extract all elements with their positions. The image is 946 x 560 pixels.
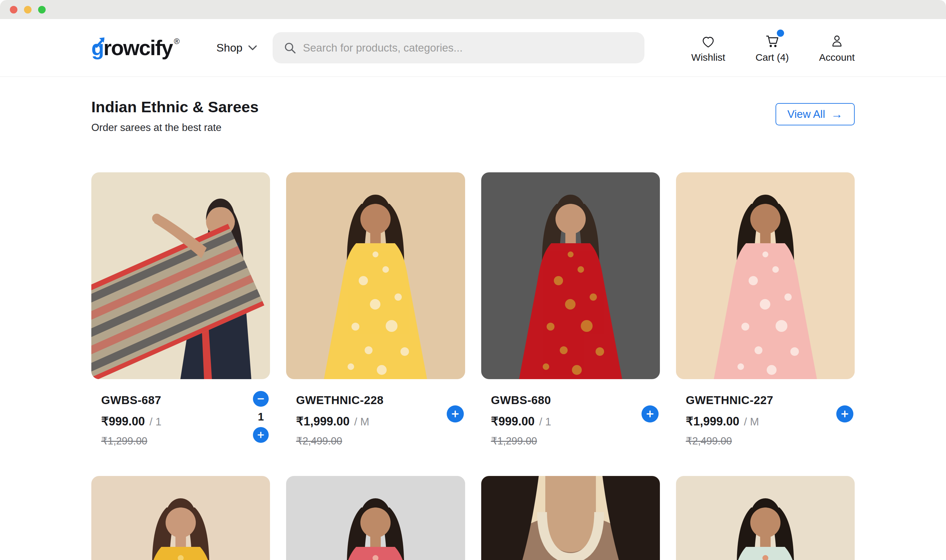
product-card[interactable]: GWETHNIC-227 ₹1,999.00 / M ₹2,499.00 <box>676 172 855 447</box>
increase-quantity-button[interactable] <box>253 427 269 443</box>
plus-icon <box>840 409 849 418</box>
product-photo[interactable] <box>481 476 660 560</box>
product-grid: GWBS-687 ₹999.00 / 1 ₹1,299.00 1 <box>91 172 855 560</box>
product-photo[interactable] <box>91 172 270 379</box>
shop-menu[interactable]: Shop <box>216 42 257 54</box>
view-all-label: View All <box>787 108 825 120</box>
minus-icon <box>257 395 265 403</box>
page-subtitle: Order sarees at the best rate <box>91 122 259 134</box>
product-photo[interactable] <box>286 172 465 379</box>
site-header: growcify® Shop Wishlist Cart (4) <box>0 19 946 77</box>
brand-logo[interactable]: growcify® <box>91 36 180 60</box>
window-zoom-button[interactable] <box>38 6 46 14</box>
cart-label: Cart (4) <box>755 52 789 63</box>
main-content: Indian Ethnic & Sarees Order sarees at t… <box>0 77 946 560</box>
cart-badge <box>777 29 784 37</box>
nav-cart[interactable]: Cart (4) <box>755 33 789 63</box>
app-window: growcify® Shop Wishlist Cart (4) <box>0 0 946 560</box>
product-card[interactable] <box>676 476 855 560</box>
add-to-cart-button[interactable] <box>836 405 854 423</box>
decrease-quantity-button[interactable] <box>253 391 269 407</box>
search-bar[interactable] <box>273 32 644 63</box>
product-old-price: ₹1,299.00 <box>101 435 162 447</box>
product-unit: / M <box>354 415 369 428</box>
product-code: GWETHNIC-228 <box>296 394 384 407</box>
product-code: GWBS-687 <box>101 394 162 407</box>
section-header: Indian Ethnic & Sarees Order sarees at t… <box>91 98 855 134</box>
chevron-down-icon <box>248 45 257 51</box>
plus-icon <box>646 409 655 418</box>
product-price: ₹1,999.00 <box>686 415 740 428</box>
wishlist-label: Wishlist <box>692 52 725 63</box>
product-old-price: ₹1,299.00 <box>491 435 552 447</box>
account-icon <box>829 34 844 49</box>
product-unit: / 1 <box>149 415 162 428</box>
product-price: ₹999.00 <box>101 415 145 428</box>
header-nav: Wishlist Cart (4) Account <box>692 33 855 63</box>
product-photo[interactable] <box>676 172 855 379</box>
logo-growth-arrow-icon <box>93 31 108 55</box>
window-close-button[interactable] <box>10 6 17 14</box>
search-icon <box>283 41 297 55</box>
product-info: GWETHNIC-228 ₹1,999.00 / M ₹2,499.00 <box>286 394 465 447</box>
product-info: GWBS-680 ₹999.00 / 1 ₹1,299.00 <box>481 394 660 447</box>
product-code: GWETHNIC-227 <box>686 394 773 407</box>
view-all-button[interactable]: View All → <box>775 103 855 125</box>
product-price: ₹999.00 <box>491 415 535 428</box>
product-price: ₹1,999.00 <box>296 415 350 428</box>
heart-icon <box>701 34 716 49</box>
product-photo[interactable] <box>286 476 465 560</box>
product-photo[interactable] <box>91 476 270 560</box>
plus-icon <box>257 431 265 439</box>
quantity-stepper: 1 <box>253 391 269 443</box>
product-old-price: ₹2,499.00 <box>296 435 384 447</box>
product-card[interactable] <box>91 476 270 560</box>
product-photo[interactable] <box>676 476 855 560</box>
product-card[interactable] <box>481 476 660 560</box>
window-titlebar <box>0 0 946 19</box>
product-unit: / 1 <box>539 415 552 428</box>
nav-wishlist[interactable]: Wishlist <box>692 33 725 63</box>
quantity-value: 1 <box>258 411 264 423</box>
logo-registered-mark: ® <box>174 37 180 46</box>
product-card[interactable] <box>286 476 465 560</box>
add-to-cart-button[interactable] <box>447 405 464 423</box>
product-info: GWETHNIC-227 ₹1,999.00 / M ₹2,499.00 <box>676 394 855 447</box>
product-info: GWBS-687 ₹999.00 / 1 ₹1,299.00 1 <box>91 394 270 447</box>
product-card[interactable]: GWBS-687 ₹999.00 / 1 ₹1,299.00 1 <box>91 172 270 447</box>
plus-icon <box>451 409 460 418</box>
product-card[interactable]: GWBS-680 ₹999.00 / 1 ₹1,299.00 <box>481 172 660 447</box>
product-photo[interactable] <box>481 172 660 379</box>
account-label: Account <box>819 52 855 63</box>
nav-account[interactable]: Account <box>819 33 855 63</box>
product-unit: / M <box>744 415 759 428</box>
product-card[interactable]: GWETHNIC-228 ₹1,999.00 / M ₹2,499.00 <box>286 172 465 447</box>
add-to-cart-button[interactable] <box>641 405 659 423</box>
page-title: Indian Ethnic & Sarees <box>91 98 259 116</box>
arrow-right-icon: → <box>831 108 843 120</box>
shop-menu-label: Shop <box>216 42 242 54</box>
product-old-price: ₹2,499.00 <box>686 435 773 447</box>
search-input[interactable] <box>303 42 634 54</box>
logo-text: rowcify <box>103 36 173 60</box>
product-code: GWBS-680 <box>491 394 552 407</box>
window-minimize-button[interactable] <box>24 6 32 14</box>
